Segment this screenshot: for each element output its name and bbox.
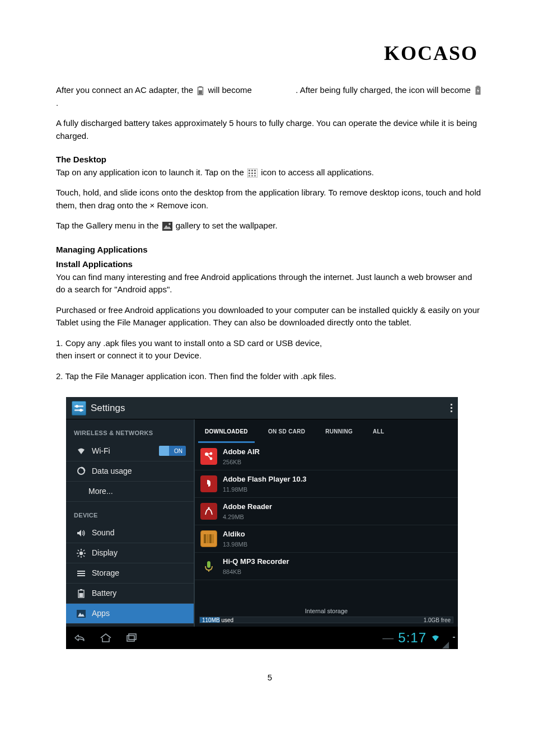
svg-rect-47 [212, 534, 214, 543]
svg-rect-3 [476, 86, 479, 87]
svg-rect-35 [79, 593, 83, 597]
svg-rect-15 [254, 175, 256, 176]
svg-rect-46 [209, 534, 212, 543]
settings-icon [72, 401, 86, 416]
sidebar-label: Apps [92, 608, 110, 619]
storage-indicator: Internal storage 110MB used 1.0GB free [195, 604, 458, 627]
svg-rect-50 [127, 636, 134, 641]
svg-rect-31 [77, 573, 85, 574]
app-name: Adobe Reader [223, 501, 272, 512]
section-device: DEVICE [66, 502, 194, 524]
app-row[interactable]: Adobe Reader 4.29MB [195, 498, 458, 525]
paragraph-desktop2: Touch, hold, and slide icons onto the de… [56, 186, 484, 212]
svg-rect-2 [199, 90, 202, 94]
sidebar-label: Display [92, 547, 118, 559]
storage-icon [76, 570, 86, 577]
apps-tabs: DOWNLOADED ON SD CARD RUNNING ALL [195, 419, 458, 443]
svg-rect-14 [251, 175, 253, 176]
app-size: 13.98MB [223, 540, 247, 549]
svg-point-21 [79, 551, 83, 554]
tab-running[interactable]: RUNNING [315, 419, 363, 443]
storage-label: Internal storage [199, 606, 453, 616]
paragraph-charging: After you connect an AC adapter, the wil… [56, 84, 484, 109]
svg-line-27 [83, 556, 85, 557]
app-size: 884KB [223, 567, 289, 577]
sidebar-label: Data usage [92, 465, 132, 477]
sidebar-item-battery[interactable]: Battery [66, 584, 194, 604]
settings-screenshot: Settings WIRELESS & NETWORKS Wi-Fi [66, 397, 458, 649]
paragraph-desktop3: Tap the Gallery menu in the gallery to s… [56, 220, 484, 232]
back-button[interactable] [73, 633, 86, 643]
sidebar-item-sound[interactable]: Sound [66, 523, 194, 543]
sidebar-item-apps[interactable]: Apps [66, 604, 194, 624]
app-icon [200, 448, 217, 465]
heading-desktop: The Desktop [56, 153, 484, 166]
sidebar-item-more[interactable]: More... [66, 482, 194, 502]
clock: 5:17 [398, 628, 427, 648]
battery-menu-icon [76, 589, 86, 598]
data-usage-icon [76, 466, 86, 475]
storage-used: 110MB used [202, 616, 233, 624]
sidebar-item-data-usage[interactable]: Data usage [66, 461, 194, 482]
page-number: 5 [56, 671, 484, 684]
system-navbar: — 5:17 [66, 627, 458, 649]
svg-rect-32 [77, 575, 85, 576]
tab-all[interactable]: ALL [363, 419, 394, 443]
svg-point-18 [168, 223, 171, 225]
svg-rect-48 [207, 561, 210, 568]
sidebar-label: More... [88, 486, 113, 497]
battery-charging-icon [474, 86, 482, 96]
app-row[interactable]: Hi-Q MP3 Recorder 884KB [195, 553, 458, 580]
app-icon [200, 503, 217, 520]
status-wifi-icon [431, 634, 440, 642]
sound-icon [76, 529, 86, 537]
recents-button[interactable] [125, 633, 138, 643]
apps-menu-icon [76, 610, 86, 618]
paragraph-desktop1: Tap on any application icon to launch it… [56, 166, 484, 179]
app-row[interactable]: Aldiko 13.98MB [195, 525, 458, 553]
apps-grid-icon [247, 169, 257, 178]
sidebar-label: Wi-Fi [92, 445, 110, 457]
svg-line-41 [207, 454, 211, 454]
gallery-icon [162, 222, 172, 231]
window-titlebar: Settings [66, 397, 458, 419]
svg-rect-30 [77, 571, 85, 572]
tab-downloaded[interactable]: DOWNLOADED [195, 419, 258, 443]
display-icon [76, 549, 86, 558]
app-list: Adobe AIR 256KB Adobe Flash Player 10.3 … [195, 443, 458, 604]
minus-indicator: — [382, 629, 394, 646]
svg-rect-13 [249, 175, 250, 176]
brand-logo: KOCASO [384, 38, 478, 68]
overflow-menu-button[interactable] [451, 404, 452, 412]
app-icon [200, 475, 217, 492]
svg-rect-11 [251, 172, 253, 174]
sidebar-item-wifi[interactable]: Wi-Fi ON [66, 441, 194, 461]
app-name: Hi-Q MP3 Recorder [223, 556, 289, 567]
home-button[interactable] [100, 633, 112, 643]
svg-marker-20 [77, 530, 81, 536]
app-row[interactable]: Adobe AIR 256KB [195, 443, 458, 470]
sidebar-item-display[interactable]: Display [66, 543, 194, 563]
svg-rect-44 [204, 534, 206, 543]
svg-point-43 [208, 507, 209, 508]
sidebar-label: Storage [92, 567, 119, 579]
app-size: 256KB [223, 458, 260, 467]
paragraph-charge-time: A fully discharged battery takes approxi… [56, 117, 484, 142]
app-row[interactable]: Adobe Flash Player 10.3 11.98MB [195, 470, 458, 498]
sidebar-item-storage[interactable]: Storage [66, 563, 194, 584]
app-size: 11.98MB [223, 485, 307, 494]
paragraph-step1: 1. Copy any .apk files you want to insta… [56, 337, 484, 362]
tab-on-sd-card[interactable]: ON SD CARD [258, 419, 315, 443]
wifi-toggle[interactable]: ON [159, 446, 186, 456]
svg-line-42 [207, 454, 211, 459]
svg-line-29 [78, 556, 79, 557]
app-size: 4.29MB [223, 512, 272, 522]
svg-rect-10 [249, 172, 250, 174]
svg-rect-12 [254, 172, 256, 174]
svg-rect-16 [162, 222, 172, 231]
app-icon [200, 530, 217, 547]
svg-rect-9 [254, 170, 256, 171]
apps-manager-pane: DOWNLOADED ON SD CARD RUNNING ALL Adobe … [195, 419, 458, 627]
sidebar-label: Sound [92, 527, 114, 539]
app-name: Adobe AIR [223, 446, 260, 458]
